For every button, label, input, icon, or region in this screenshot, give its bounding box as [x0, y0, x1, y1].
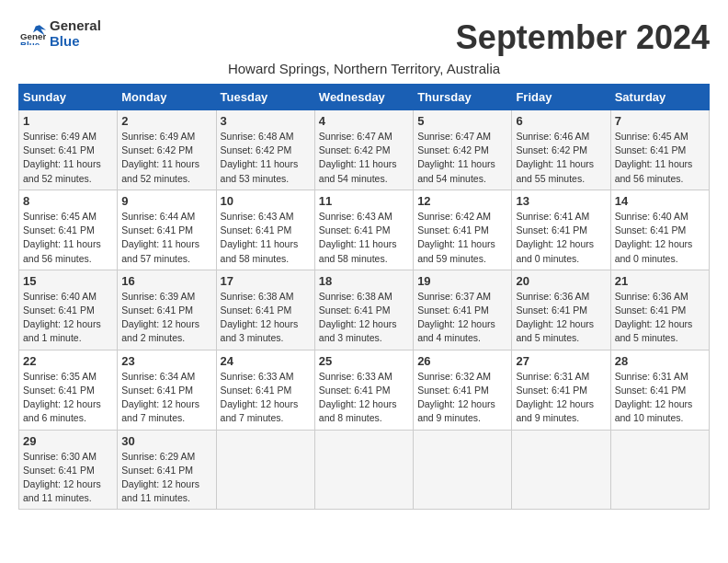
table-row: 12Sunrise: 6:42 AMSunset: 6:41 PMDayligh…: [414, 190, 512, 270]
day-info: Sunrise: 6:49 AMSunset: 6:41 PMDaylight:…: [23, 131, 101, 184]
day-number: 12: [417, 194, 507, 208]
table-row: 22Sunrise: 6:35 AMSunset: 6:41 PMDayligh…: [19, 350, 118, 430]
table-row: 13Sunrise: 6:41 AMSunset: 6:41 PMDayligh…: [512, 190, 610, 270]
table-row: 21Sunrise: 6:36 AMSunset: 6:41 PMDayligh…: [610, 270, 709, 350]
day-info: Sunrise: 6:33 AMSunset: 6:41 PMDaylight:…: [319, 371, 397, 424]
table-row: 17Sunrise: 6:38 AMSunset: 6:41 PMDayligh…: [216, 270, 314, 350]
calendar-week-row: 29Sunrise: 6:30 AMSunset: 6:41 PMDayligh…: [19, 430, 710, 510]
table-row: 1Sunrise: 6:49 AMSunset: 6:41 PMDaylight…: [19, 110, 118, 190]
col-sunday: Sunday: [19, 85, 118, 110]
day-number: 16: [121, 274, 211, 288]
day-info: Sunrise: 6:49 AMSunset: 6:42 PMDaylight:…: [121, 131, 199, 184]
table-row: 30Sunrise: 6:29 AMSunset: 6:41 PMDayligh…: [118, 430, 216, 510]
table-row: [314, 430, 413, 510]
calendar-table: Sunday Monday Tuesday Wednesday Thursday…: [18, 84, 710, 510]
col-saturday: Saturday: [610, 85, 709, 110]
table-row: 3Sunrise: 6:48 AMSunset: 6:42 PMDaylight…: [216, 110, 314, 190]
day-info: Sunrise: 6:37 AMSunset: 6:41 PMDaylight:…: [417, 291, 495, 344]
day-number: 9: [121, 194, 211, 208]
table-row: 29Sunrise: 6:30 AMSunset: 6:41 PMDayligh…: [19, 430, 118, 510]
logo-general-text: General: [50, 18, 101, 34]
table-row: 27Sunrise: 6:31 AMSunset: 6:41 PMDayligh…: [512, 350, 610, 430]
day-info: Sunrise: 6:38 AMSunset: 6:41 PMDaylight:…: [221, 291, 299, 344]
day-info: Sunrise: 6:40 AMSunset: 6:41 PMDaylight:…: [23, 291, 101, 344]
table-row: 19Sunrise: 6:37 AMSunset: 6:41 PMDayligh…: [414, 270, 512, 350]
table-row: 20Sunrise: 6:36 AMSunset: 6:41 PMDayligh…: [512, 270, 610, 350]
day-number: 1: [23, 114, 113, 128]
logo: General Blue General Blue: [18, 18, 101, 49]
table-row: [216, 430, 314, 510]
table-row: [610, 430, 709, 510]
table-row: [414, 430, 512, 510]
day-info: Sunrise: 6:41 AMSunset: 6:41 PMDaylight:…: [516, 211, 594, 264]
calendar-week-row: 8Sunrise: 6:45 AMSunset: 6:41 PMDaylight…: [19, 190, 710, 270]
svg-text:Blue: Blue: [20, 40, 40, 45]
day-number: 15: [23, 274, 113, 288]
day-number: 10: [221, 194, 311, 208]
day-number: 7: [615, 114, 705, 128]
calendar-week-row: 1Sunrise: 6:49 AMSunset: 6:41 PMDaylight…: [19, 110, 710, 190]
day-info: Sunrise: 6:32 AMSunset: 6:41 PMDaylight:…: [417, 371, 495, 424]
day-number: 28: [615, 354, 705, 368]
table-row: 15Sunrise: 6:40 AMSunset: 6:41 PMDayligh…: [19, 270, 118, 350]
day-number: 19: [417, 274, 507, 288]
col-monday: Monday: [118, 85, 216, 110]
day-number: 29: [23, 434, 113, 448]
day-info: Sunrise: 6:47 AMSunset: 6:42 PMDaylight:…: [319, 131, 397, 184]
col-tuesday: Tuesday: [216, 85, 314, 110]
day-info: Sunrise: 6:31 AMSunset: 6:41 PMDaylight:…: [615, 371, 693, 424]
day-info: Sunrise: 6:46 AMSunset: 6:42 PMDaylight:…: [516, 131, 594, 184]
day-info: Sunrise: 6:36 AMSunset: 6:41 PMDaylight:…: [516, 291, 594, 344]
day-number: 17: [221, 274, 311, 288]
day-number: 30: [121, 434, 211, 448]
table-row: 5Sunrise: 6:47 AMSunset: 6:42 PMDaylight…: [414, 110, 512, 190]
day-number: 26: [417, 354, 507, 368]
day-number: 14: [615, 194, 705, 208]
calendar-subtitle: Howard Springs, Northern Territory, Aust…: [18, 61, 710, 76]
day-info: Sunrise: 6:38 AMSunset: 6:41 PMDaylight:…: [319, 291, 397, 344]
day-info: Sunrise: 6:31 AMSunset: 6:41 PMDaylight:…: [516, 371, 594, 424]
logo-bird-icon: General Blue: [20, 23, 46, 45]
day-info: Sunrise: 6:39 AMSunset: 6:41 PMDaylight:…: [121, 291, 199, 344]
day-info: Sunrise: 6:47 AMSunset: 6:42 PMDaylight:…: [417, 131, 495, 184]
day-number: 3: [221, 114, 311, 128]
calendar-week-row: 22Sunrise: 6:35 AMSunset: 6:41 PMDayligh…: [19, 350, 710, 430]
table-row: 26Sunrise: 6:32 AMSunset: 6:41 PMDayligh…: [414, 350, 512, 430]
col-wednesday: Wednesday: [314, 85, 413, 110]
day-number: 11: [319, 194, 409, 208]
day-number: 2: [121, 114, 211, 128]
day-info: Sunrise: 6:43 AMSunset: 6:41 PMDaylight:…: [221, 211, 299, 264]
table-row: 6Sunrise: 6:46 AMSunset: 6:42 PMDaylight…: [512, 110, 610, 190]
day-number: 21: [615, 274, 705, 288]
day-number: 22: [23, 354, 113, 368]
table-row: 9Sunrise: 6:44 AMSunset: 6:41 PMDaylight…: [118, 190, 216, 270]
table-row: 8Sunrise: 6:45 AMSunset: 6:41 PMDaylight…: [19, 190, 118, 270]
day-info: Sunrise: 6:40 AMSunset: 6:41 PMDaylight:…: [615, 211, 693, 264]
table-row: 10Sunrise: 6:43 AMSunset: 6:41 PMDayligh…: [216, 190, 314, 270]
logo-blue-text: Blue: [50, 34, 101, 50]
day-info: Sunrise: 6:36 AMSunset: 6:41 PMDaylight:…: [615, 291, 693, 344]
day-info: Sunrise: 6:45 AMSunset: 6:41 PMDaylight:…: [615, 131, 693, 184]
day-info: Sunrise: 6:33 AMSunset: 6:41 PMDaylight:…: [221, 371, 299, 424]
day-info: Sunrise: 6:30 AMSunset: 6:41 PMDaylight:…: [23, 451, 101, 504]
table-row: 28Sunrise: 6:31 AMSunset: 6:41 PMDayligh…: [610, 350, 709, 430]
day-info: Sunrise: 6:35 AMSunset: 6:41 PMDaylight:…: [23, 371, 101, 424]
day-info: Sunrise: 6:43 AMSunset: 6:41 PMDaylight:…: [319, 211, 397, 264]
day-info: Sunrise: 6:45 AMSunset: 6:41 PMDaylight:…: [23, 211, 101, 264]
page-header: General Blue General Blue September 2024: [18, 18, 710, 57]
day-number: 24: [221, 354, 311, 368]
calendar-header-row: Sunday Monday Tuesday Wednesday Thursday…: [19, 85, 710, 110]
day-number: 27: [516, 354, 606, 368]
day-number: 23: [121, 354, 211, 368]
day-info: Sunrise: 6:48 AMSunset: 6:42 PMDaylight:…: [221, 131, 299, 184]
calendar-week-row: 15Sunrise: 6:40 AMSunset: 6:41 PMDayligh…: [19, 270, 710, 350]
table-row: 4Sunrise: 6:47 AMSunset: 6:42 PMDaylight…: [314, 110, 413, 190]
day-number: 13: [516, 194, 606, 208]
table-row: 23Sunrise: 6:34 AMSunset: 6:41 PMDayligh…: [118, 350, 216, 430]
col-thursday: Thursday: [414, 85, 512, 110]
table-row: 11Sunrise: 6:43 AMSunset: 6:41 PMDayligh…: [314, 190, 413, 270]
day-info: Sunrise: 6:29 AMSunset: 6:41 PMDaylight:…: [121, 451, 199, 504]
day-number: 5: [417, 114, 507, 128]
day-number: 25: [319, 354, 409, 368]
month-title: September 2024: [456, 18, 710, 57]
